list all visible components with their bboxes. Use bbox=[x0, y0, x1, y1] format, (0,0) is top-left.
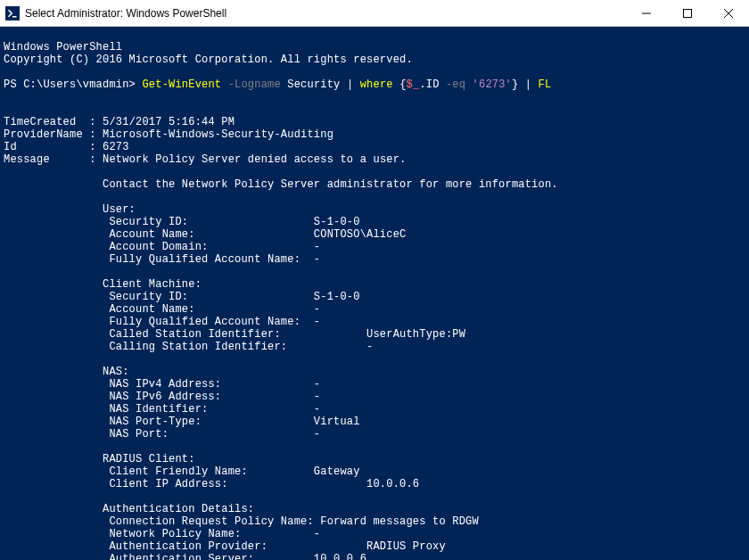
detail-line: Authentication Server: 10.0.0.6 bbox=[4, 553, 366, 560]
svg-rect-1 bbox=[684, 10, 692, 18]
operator: -eq bbox=[446, 78, 465, 91]
message-line: Contact the Network Policy Server admini… bbox=[4, 178, 558, 191]
terminal-output[interactable]: Windows PowerShell Copyright (C) 2016 Mi… bbox=[0, 27, 749, 560]
section-header: RADIUS Client: bbox=[4, 453, 195, 465]
detail-line: Security ID: S-1-0-0 bbox=[4, 291, 360, 303]
detail-line: Security ID: S-1-0-0 bbox=[4, 216, 360, 228]
window-titlebar: Select Administrator: Windows PowerShell bbox=[0, 0, 749, 27]
field-label: Message : bbox=[4, 153, 103, 166]
detail-line: Called Station Identifier: UserAuthType:… bbox=[4, 328, 465, 341]
header-line: Windows PowerShell bbox=[4, 41, 122, 54]
detail-line: NAS Port-Type: Virtual bbox=[4, 416, 360, 428]
detail-line: Account Name: CONTOSO\AliceC bbox=[4, 228, 406, 241]
detail-line: NAS IPv4 Address: - bbox=[4, 378, 320, 391]
field-value: Microsoft-Windows-Security-Auditing bbox=[103, 128, 333, 141]
maximize-button[interactable] bbox=[667, 0, 708, 27]
field-label: TimeCreated : bbox=[4, 116, 103, 128]
variable: $_ bbox=[407, 78, 420, 91]
minimize-button[interactable] bbox=[626, 0, 667, 27]
detail-line: NAS Identifier: - bbox=[4, 403, 320, 416]
detail-line: Account Domain: - bbox=[4, 241, 320, 253]
field-label: ProviderName : bbox=[4, 128, 103, 141]
block-open: { bbox=[393, 78, 407, 91]
property: .ID bbox=[419, 78, 446, 91]
window-controls bbox=[626, 0, 749, 26]
section-header: Client Machine: bbox=[4, 278, 202, 291]
detail-line: Network Policy Name: - bbox=[4, 528, 320, 540]
detail-line: Account Name: - bbox=[4, 303, 320, 316]
detail-line: Calling Station Identifier: - bbox=[4, 341, 373, 353]
section-header: Authentication Details: bbox=[4, 503, 254, 515]
detail-line: Client IP Address: 10.0.0.6 bbox=[4, 478, 419, 490]
block-close: } | bbox=[512, 78, 539, 91]
field-value: Network Policy Server denied access to a… bbox=[103, 153, 406, 166]
cmdlet-where: where bbox=[360, 78, 393, 91]
copyright-line: Copyright (C) 2016 Microsoft Corporation… bbox=[4, 54, 413, 66]
close-button[interactable] bbox=[708, 0, 749, 27]
arg: Security | bbox=[281, 78, 360, 91]
field-value: 6273 bbox=[103, 141, 129, 153]
field-label: Id : bbox=[4, 141, 103, 153]
detail-line: NAS IPv6 Address: - bbox=[4, 391, 320, 403]
detail-line: Client Friendly Name: Gateway bbox=[4, 465, 360, 478]
detail-line: NAS Port: - bbox=[4, 428, 320, 441]
string-literal: '6273' bbox=[465, 78, 512, 91]
cmdlet-fl: FL bbox=[539, 78, 552, 91]
cmdlet-name: Get-WinEvent bbox=[142, 78, 221, 91]
prompt-path: PS C:\Users\vmadmin> bbox=[4, 78, 142, 91]
flag: -Logname bbox=[221, 78, 281, 91]
section-header: NAS: bbox=[4, 366, 129, 378]
detail-line: Fully Qualified Account Name: - bbox=[4, 316, 320, 328]
section-header: User: bbox=[4, 203, 136, 216]
window-title: Select Administrator: Windows PowerShell bbox=[25, 7, 626, 20]
detail-line: Fully Qualified Account Name: - bbox=[4, 253, 320, 266]
detail-line: Authentication Provider: RADIUS Proxy bbox=[4, 540, 446, 553]
detail-line: Connection Request Policy Name: Forward … bbox=[4, 515, 479, 528]
powershell-icon bbox=[5, 6, 20, 21]
field-value: 5/31/2017 5:16:44 PM bbox=[103, 116, 235, 128]
